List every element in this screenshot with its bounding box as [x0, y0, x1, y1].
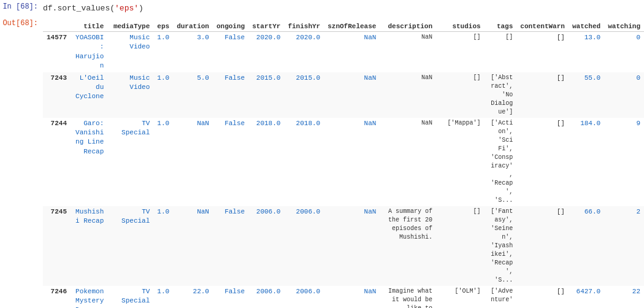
cell-eps: 1.0	[153, 118, 173, 206]
table-body: 14577YOASOBI: HarujionMusic Video1.03.0F…	[43, 32, 644, 309]
cell-startyr: 2015.0	[248, 72, 284, 118]
cell-eps: 1.0	[153, 72, 173, 118]
cell-ongoing: False	[213, 286, 248, 308]
cell-tags: ['Fantasy', 'Seinen', 'Iyashikei', 'Reca…	[485, 206, 517, 286]
cell-index: 7244	[43, 118, 71, 206]
col-header-contentwarn: contentWarn	[516, 21, 569, 32]
cell-title: Garo: Vanishing Line Recap	[71, 118, 107, 206]
cell-watched: 184.0	[569, 118, 604, 206]
cell-description: NaN	[380, 118, 436, 206]
input-cell: In [68]: df.sort_values('eps')	[0, 0, 644, 17]
cell-studios: []	[436, 32, 485, 72]
cell-sznofrelease: NaN	[324, 32, 380, 72]
cell-watching: 9	[604, 118, 644, 206]
cell-studios: ['Mappa']	[436, 118, 485, 206]
table-row: 7245Mushishi RecapTV Special1.0NaNFalse2…	[43, 206, 644, 286]
col-header-startyr: startYr	[248, 21, 284, 32]
cell-contentwarn: []	[516, 32, 569, 72]
cell-description: NaN	[380, 32, 436, 72]
cell-duration: 5.0	[173, 72, 213, 118]
cell-contentwarn: []	[516, 72, 569, 118]
dataframe-wrapper: title mediaType eps duration ongoing sta…	[43, 21, 644, 308]
col-header-ongoing: ongoing	[213, 21, 248, 32]
cell-watched: 66.0	[569, 206, 604, 286]
cell-contentwarn: []	[516, 286, 569, 308]
cell-watching: 2	[604, 206, 644, 286]
output-label: Out[68]:	[0, 19, 43, 28]
cell-duration: 22.0	[173, 286, 213, 308]
cell-studios: []	[436, 72, 485, 118]
cell-eps: 1.0	[153, 206, 173, 286]
cell-eps: 1.0	[153, 286, 173, 308]
cell-ongoing: False	[213, 206, 248, 286]
cell-duration: NaN	[173, 118, 213, 206]
col-header-finishyr: finishYr	[284, 21, 324, 32]
cell-finishyr: 2006.0	[284, 286, 324, 308]
col-header-watched: watched	[569, 21, 604, 32]
output-cell: Out[68]: title mediaType eps duration on…	[0, 17, 644, 308]
col-header-index	[43, 21, 71, 32]
cell-mediatype: Music Video	[107, 72, 153, 118]
cell-startyr: 2018.0	[248, 118, 284, 206]
cell-tags: ['Abstract', 'No Dialogue']	[485, 72, 517, 118]
cell-mediatype: Music Video	[107, 32, 153, 72]
cell-mediatype: TV Special	[107, 118, 153, 206]
cell-finishyr: 2020.0	[284, 32, 324, 72]
cell-watching: 0	[604, 32, 644, 72]
col-header-eps: eps	[153, 21, 173, 32]
col-header-mediatype: mediaType	[107, 21, 153, 32]
cell-studios: ['OLM']	[436, 286, 485, 308]
col-header-watching: watching	[604, 21, 644, 32]
cell-eps: 1.0	[153, 32, 173, 72]
cell-ongoing: False	[213, 118, 248, 206]
cell-title: Pokemon Mystery Dungeon: Team Go-Getters…	[71, 286, 107, 308]
cell-description: Imagine what it would be like to awaken …	[380, 286, 436, 308]
col-header-tags: tags	[485, 21, 517, 32]
output-content: title mediaType eps duration ongoing sta…	[43, 19, 644, 308]
input-label: In [68]:	[0, 2, 43, 11]
cell-watched: 6427.0	[569, 286, 604, 308]
table-row: 7244Garo: Vanishing Line RecapTV Special…	[43, 118, 644, 206]
cell-index: 7243	[43, 72, 71, 118]
cell-contentwarn: []	[516, 118, 569, 206]
table-row: 7246Pokemon Mystery Dungeon: Team Go-Get…	[43, 286, 644, 308]
cell-studios: []	[436, 206, 485, 286]
cell-watching: 0	[604, 72, 644, 118]
cell-tags: ['Action', 'Sci Fi', 'Conspiracy', 'Reca…	[485, 118, 517, 206]
cell-index: 14577	[43, 32, 71, 72]
cell-sznofrelease: NaN	[324, 206, 380, 286]
cell-index: 7246	[43, 286, 71, 308]
cell-finishyr: 2018.0	[284, 118, 324, 206]
cell-ongoing: False	[213, 32, 248, 72]
col-header-duration: duration	[173, 21, 213, 32]
cell-title: Mushishi Recap	[71, 206, 107, 286]
cell-ongoing: False	[213, 72, 248, 118]
cell-watched: 55.0	[569, 72, 604, 118]
cell-contentwarn: []	[516, 206, 569, 286]
cell-title: L'Oeil du Cyclone	[71, 72, 107, 118]
cell-tags: ['Adventure', 'Fantasy', 'Elemental Powe…	[485, 286, 517, 308]
table-row: 7243L'Oeil du CycloneMusic Video1.05.0Fa…	[43, 72, 644, 118]
col-header-title: title	[71, 21, 107, 32]
table-row: 14577YOASOBI: HarujionMusic Video1.03.0F…	[43, 32, 644, 72]
input-code: df.sort_values('eps')	[43, 2, 644, 14]
cell-startyr: 2006.0	[248, 206, 284, 286]
table-header: title mediaType eps duration ongoing sta…	[43, 21, 644, 32]
cell-startyr: 2020.0	[248, 32, 284, 72]
cell-tags: []	[485, 32, 517, 72]
cell-sznofrelease: NaN	[324, 118, 380, 206]
cell-watched: 13.0	[569, 32, 604, 72]
cell-startyr: 2006.0	[248, 286, 284, 308]
cell-description: NaN	[380, 72, 436, 118]
cell-mediatype: TV Special	[107, 286, 153, 308]
dataframe-table: title mediaType eps duration ongoing sta…	[43, 21, 644, 308]
cell-title: YOASOBI: Harujion	[71, 32, 107, 72]
cell-duration: 3.0	[173, 32, 213, 72]
cell-watching: 22	[604, 286, 644, 308]
code-text: df.sort_values('eps')	[43, 4, 144, 13]
col-header-studios: studios	[436, 21, 485, 32]
cell-description: A summary of the first 20 episodes of Mu…	[380, 206, 436, 286]
cell-index: 7245	[43, 206, 71, 286]
cell-mediatype: TV Special	[107, 206, 153, 286]
col-header-description: description	[380, 21, 436, 32]
